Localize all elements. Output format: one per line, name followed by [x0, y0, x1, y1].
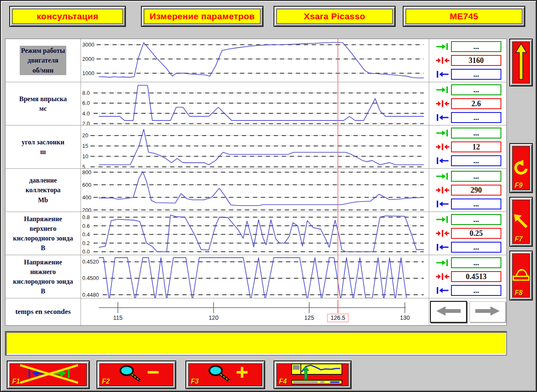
value-cursor: 2.6: [451, 98, 501, 109]
svg-text:400: 400: [82, 194, 91, 201]
goto-start-marker-icon: [434, 259, 451, 267]
goto-end-marker-icon: [434, 157, 451, 165]
svg-text:0.2: 0.2: [82, 240, 90, 246]
chart-upper-o2-voltage: 0.00.20.40.60.8: [81, 212, 429, 255]
vehicle-button[interactable]: Xsara Picasso: [274, 6, 396, 27]
chart-manifold-pressure: 200400600800: [81, 169, 429, 212]
goto-end-marker-icon: [434, 286, 451, 295]
value-end: ...: [451, 242, 501, 253]
scroll-up-button[interactable]: [509, 39, 533, 86]
undo-refresh-icon: [512, 156, 530, 180]
goto-start-marker-icon: [434, 42, 451, 51]
up-arrow-icon: [514, 42, 529, 83]
svg-text:15: 15: [82, 143, 88, 149]
f4-label: F4: [279, 378, 287, 385]
measure-params-label: Измерение параметров: [150, 11, 255, 21]
value-cursor: 0.4513: [451, 271, 501, 282]
f1-label: F1: [12, 378, 20, 385]
goto-start-marker-icon: [434, 215, 451, 224]
time-axis: 115120125130126.5: [81, 298, 429, 325]
svg-text:0.4480: 0.4480: [82, 292, 99, 298]
zoom-in-icon: [198, 364, 253, 386]
consultation-button[interactable]: консультация: [9, 6, 126, 27]
f9-label: F9: [515, 182, 523, 189]
f9-refresh-button[interactable]: F9: [509, 143, 533, 193]
goto-end-marker-icon: [434, 70, 451, 78]
cursor-converge-icon: [434, 272, 451, 281]
value-start: ...: [451, 41, 501, 52]
chart-injection-time: 2.04.06.08.0: [81, 82, 429, 125]
svg-text:0.4: 0.4: [82, 231, 90, 238]
svg-text:800: 800: [82, 169, 91, 175]
value-cursor: 290: [451, 185, 501, 196]
vehicle-label: Xsara Picasso: [304, 11, 365, 21]
svg-text:2000: 2000: [82, 56, 94, 62]
svg-text:0.6: 0.6: [82, 223, 90, 229]
cancel-markers-icon: [17, 363, 80, 386]
goto-end-marker-icon: [434, 113, 451, 122]
left-arrow-icon: [435, 306, 461, 318]
table-row: давление коллектора Mb 200400600800 ... …: [5, 169, 506, 212]
svg-text:120: 120: [209, 314, 219, 321]
time-axis-row: temps en secondes 115120125130126.5: [5, 298, 506, 325]
value-cursor: 0.25: [451, 228, 501, 239]
measure-params-button[interactable]: Измерение параметров: [141, 6, 263, 27]
param-label-injection-time: Время впрыска мс: [19, 94, 67, 113]
f8-print-button[interactable]: F8: [509, 251, 533, 301]
ecu-button[interactable]: ME745: [403, 6, 525, 27]
print-icon: [511, 266, 531, 285]
f7-label: F7: [515, 235, 523, 243]
app-window: консультация Измерение параметров Xsara …: [0, 0, 537, 392]
svg-text:5: 5: [82, 164, 85, 168]
svg-text:4.0: 4.0: [82, 110, 90, 117]
svg-text:0.4500: 0.4500: [82, 275, 99, 281]
goto-end-marker-icon: [434, 200, 451, 208]
chart-engine-rpm: 100020003000: [81, 39, 429, 82]
f1-cancel-markers-button[interactable]: F1: [7, 361, 90, 389]
value-end: ...: [451, 112, 501, 123]
table-row: Напряжение верхнего кислородного зонда В…: [5, 212, 506, 255]
value-end: ...: [451, 69, 501, 80]
status-bar: [5, 331, 507, 355]
right-arrow-icon: [474, 306, 501, 318]
f2-label: F2: [102, 378, 110, 385]
ecu-label: ME745: [450, 11, 478, 21]
value-end: ...: [451, 199, 501, 209]
param-label-upper-o2-voltage: Напряжение верхнего кислородного зонда В: [13, 214, 73, 253]
f7-back-button[interactable]: F7: [509, 197, 533, 247]
f3-label: F3: [191, 378, 199, 385]
cursor-right-button[interactable]: [469, 301, 506, 322]
svg-text:600: 600: [82, 182, 91, 188]
svg-text:115: 115: [113, 314, 123, 321]
value-end: ...: [451, 285, 501, 296]
value-start: ...: [451, 128, 501, 139]
table-row: Напряжение нижнего кислородного зонда В …: [5, 255, 506, 298]
f3-zoom-in-button[interactable]: F3: [185, 361, 265, 389]
value-start: ...: [451, 257, 501, 268]
cursor-converge-icon: [434, 229, 451, 238]
cursor-left-button[interactable]: [430, 301, 467, 323]
svg-text:125: 125: [304, 314, 314, 321]
table-row: Режим работы двигателя об/мин 1000200030…: [5, 39, 506, 82]
cursor-converge-icon: [434, 186, 451, 194]
f8-label: F8: [515, 289, 523, 297]
svg-text:10: 10: [82, 153, 88, 159]
value-start: ...: [451, 84, 501, 95]
arrow-up-left-icon: [512, 212, 530, 232]
svg-text:8.0: 8.0: [82, 90, 90, 96]
svg-text:2.0: 2.0: [82, 120, 90, 125]
graph-overview-icon: [280, 363, 345, 387]
svg-text:1000: 1000: [82, 70, 94, 76]
measurement-table: Режим работы двигателя об/мин 1000200030…: [5, 39, 507, 326]
value-start: ...: [451, 171, 501, 182]
param-label-engine-rpm: Режим работы двигателя об/мин: [20, 46, 66, 75]
chart-throttle-angle: 5101520: [81, 125, 429, 168]
cursor-converge-icon: [434, 99, 451, 108]
param-label-lower-o2-voltage: Напряжение нижнего кислородного зонда В: [13, 257, 73, 296]
f2-zoom-out-button[interactable]: F2: [96, 361, 176, 389]
param-label-throttle-angle: угол заслонки ш: [22, 137, 65, 157]
param-label-manifold-pressure: давление коллектора Mb: [26, 175, 61, 205]
svg-text:200: 200: [82, 207, 91, 212]
table-row: Время впрыска мс 2.04.06.08.0 ... 2.6 ..…: [5, 82, 506, 125]
f4-graph-overview-button[interactable]: F4: [274, 361, 352, 389]
